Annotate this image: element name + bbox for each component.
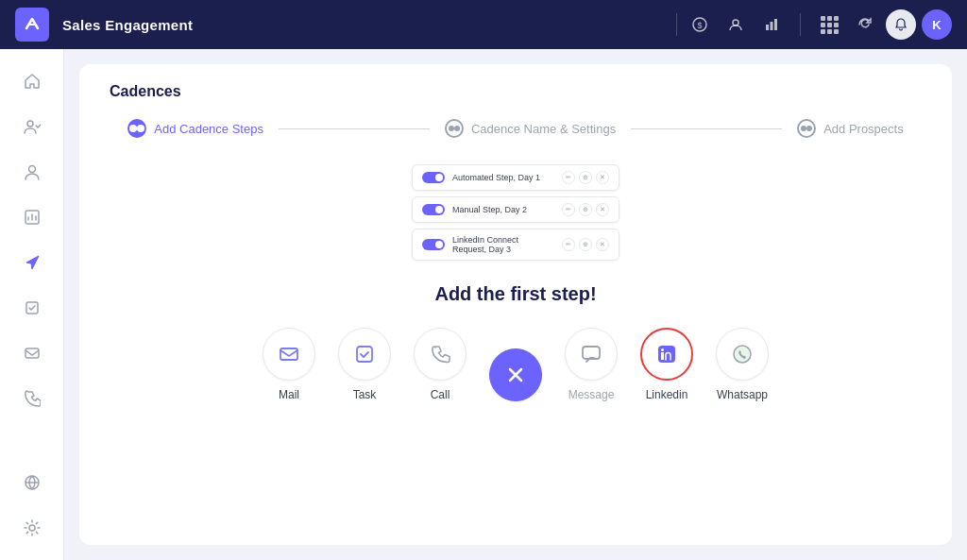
svg-rect-10: [25, 348, 39, 358]
sidebar-item-contacts[interactable]: [11, 106, 53, 147]
toggle-1[interactable]: [422, 172, 445, 183]
mail-option-label: Mail: [279, 388, 299, 401]
step-3: Add Prospects: [797, 119, 904, 138]
sidebar-item-send[interactable]: [11, 242, 53, 283]
svg-rect-15: [583, 347, 600, 359]
card-actions-2: ✏ ⊕ ✕: [562, 203, 609, 216]
nav-icons: $: [685, 9, 952, 40]
card-copy-3[interactable]: ⊕: [579, 238, 592, 251]
dollar-icon[interactable]: $: [685, 9, 715, 40]
call-option-label: Call: [431, 388, 450, 401]
card-delete-2[interactable]: ✕: [596, 203, 609, 216]
preview-card-3: LinkedIn Connect Request, Day 3 ✏ ⊕ ✕: [412, 229, 619, 261]
step-1-label: Add Cadence Steps: [154, 122, 263, 136]
card-copy-2[interactable]: ⊕: [579, 203, 592, 216]
refresh-icon[interactable]: [850, 9, 880, 40]
mail-option-icon: [263, 328, 315, 381]
step-3-label: Add Prospects: [823, 122, 904, 136]
bell-avatar[interactable]: [886, 9, 916, 40]
svg-text:$: $: [697, 21, 702, 30]
preview-card-2: Manual Step, Day 2 ✏ ⊕ ✕: [412, 196, 619, 223]
nav-divider-2: [800, 13, 801, 36]
card-edit-3[interactable]: ✏: [562, 238, 575, 251]
step-option-linkedin[interactable]: Linkedin: [640, 328, 693, 401]
whatsapp-option-icon: [716, 328, 769, 381]
step-option-whatsapp[interactable]: Whatsapp: [716, 328, 769, 401]
preview-cards: Automated Step, Day 1 ✏ ⊕ ✕ Manual Step,…: [412, 164, 619, 261]
svg-rect-5: [774, 19, 777, 30]
add-first-step-heading: Add the first step!: [110, 283, 922, 305]
step-connector-2: [631, 128, 782, 129]
stepper: Add Cadence Steps Cadence Name & Setting…: [110, 119, 922, 138]
main-content: Cadences Add Cadence Steps Cadence Name …: [64, 49, 967, 560]
task-option-label: Task: [353, 388, 377, 401]
card-text-1: Automated Step, Day 1: [452, 173, 554, 182]
step-2: Cadence Name & Settings: [445, 119, 616, 138]
user-avatar[interactable]: K: [922, 9, 952, 40]
step-options: Mail Task: [110, 328, 922, 401]
svg-point-7: [28, 166, 35, 173]
svg-rect-14: [357, 347, 372, 362]
app-title: Sales Engagement: [62, 17, 193, 33]
svg-rect-4: [771, 22, 773, 30]
card-copy-1[interactable]: ⊕: [579, 171, 592, 184]
page-title: Cadences: [110, 83, 922, 100]
svg-rect-3: [766, 25, 769, 30]
sidebar-item-phone[interactable]: [11, 378, 53, 419]
svg-point-19: [734, 346, 751, 363]
card-delete-3[interactable]: ✕: [596, 238, 609, 251]
message-option-label: Message: [568, 388, 615, 401]
navbar: Sales Engagement $: [0, 0, 967, 49]
card-edit-1[interactable]: ✏: [562, 171, 575, 184]
card-actions-3: ✏ ⊕ ✕: [562, 238, 609, 251]
svg-point-18: [661, 348, 664, 351]
sidebar-item-person[interactable]: [11, 151, 53, 193]
main-layout: Cadences Add Cadence Steps Cadence Name …: [0, 49, 967, 560]
svg-point-2: [733, 20, 738, 25]
call-option-icon: [414, 328, 467, 381]
step-1: Add Cadence Steps: [127, 119, 263, 138]
card-delete-1[interactable]: ✕: [596, 171, 609, 184]
user-nav-icon[interactable]: [721, 9, 751, 40]
linkedin-option-label: Linkedin: [646, 388, 688, 401]
preview-section: Automated Step, Day 1 ✏ ⊕ ✕ Manual Step,…: [110, 164, 922, 261]
app-logo[interactable]: [15, 8, 49, 42]
add-first-step-section: Add the first step!: [110, 283, 922, 305]
preview-card-1: Automated Step, Day 1 ✏ ⊕ ✕: [412, 164, 619, 191]
step-connector-1: [279, 128, 430, 129]
plus-icon: [489, 348, 542, 401]
nav-divider: [676, 13, 677, 36]
card-text-3: LinkedIn Connect Request, Day 3: [452, 235, 554, 254]
whatsapp-option-label: Whatsapp: [717, 388, 768, 401]
chart-nav-icon[interactable]: [756, 9, 787, 40]
step-3-circle: [797, 119, 816, 138]
grid-icon[interactable]: [814, 9, 844, 40]
sidebar-item-mail[interactable]: [11, 332, 53, 374]
step-option-plus[interactable]: [489, 348, 542, 401]
step-2-label: Cadence Name & Settings: [471, 122, 616, 136]
card-edit-2[interactable]: ✏: [562, 203, 575, 216]
message-option-icon: [565, 328, 618, 381]
sidebar: [0, 49, 64, 560]
card-text-2: Manual Step, Day 2: [452, 205, 554, 214]
step-1-circle: [127, 119, 146, 138]
linkedin-option-icon: [640, 328, 693, 381]
svg-rect-16: [658, 346, 675, 363]
toggle-3[interactable]: [422, 239, 445, 250]
toggle-2[interactable]: [422, 204, 445, 215]
sidebar-item-tasks[interactable]: [11, 287, 53, 329]
step-option-call[interactable]: Call: [414, 328, 467, 401]
svg-rect-17: [661, 352, 664, 360]
step-option-task[interactable]: Task: [338, 328, 391, 401]
step-option-mail[interactable]: Mail: [263, 328, 315, 401]
sidebar-item-home[interactable]: [11, 60, 53, 102]
step-2-circle: [445, 119, 464, 138]
sidebar-item-reports[interactable]: [11, 196, 53, 238]
sidebar-item-globe[interactable]: [11, 462, 53, 503]
content-card: Cadences Add Cadence Steps Cadence Name …: [79, 64, 952, 545]
svg-rect-13: [280, 348, 297, 360]
sidebar-item-settings[interactable]: [11, 507, 53, 549]
step-option-message[interactable]: Message: [565, 328, 618, 401]
svg-point-6: [27, 121, 33, 127]
card-actions-1: ✏ ⊕ ✕: [562, 171, 609, 184]
